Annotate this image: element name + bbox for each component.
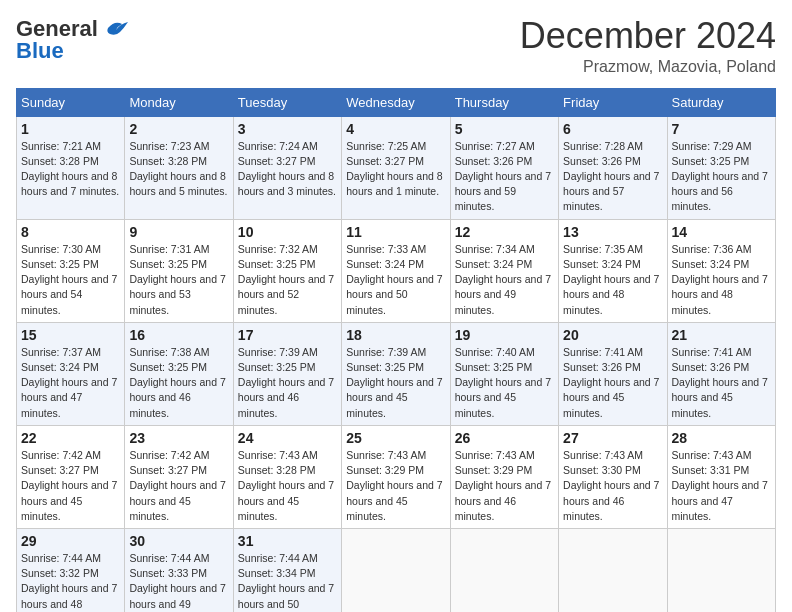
table-row: 24 Sunrise: 7:43 AMSunset: 3:28 PMDaylig… bbox=[233, 425, 341, 528]
day-info: Sunrise: 7:41 AMSunset: 3:26 PMDaylight … bbox=[563, 346, 659, 419]
month-title: December 2024 bbox=[520, 16, 776, 56]
calendar-week-1: 1 Sunrise: 7:21 AMSunset: 3:28 PMDayligh… bbox=[17, 116, 776, 219]
table-row: 13 Sunrise: 7:35 AMSunset: 3:24 PMDaylig… bbox=[559, 219, 667, 322]
col-thursday: Thursday bbox=[450, 88, 558, 116]
day-info: Sunrise: 7:44 AMSunset: 3:33 PMDaylight … bbox=[129, 552, 225, 612]
table-row: 20 Sunrise: 7:41 AMSunset: 3:26 PMDaylig… bbox=[559, 322, 667, 425]
day-info: Sunrise: 7:43 AMSunset: 3:29 PMDaylight … bbox=[455, 449, 551, 522]
table-row: 30 Sunrise: 7:44 AMSunset: 3:33 PMDaylig… bbox=[125, 528, 233, 612]
col-saturday: Saturday bbox=[667, 88, 775, 116]
table-row: 10 Sunrise: 7:32 AMSunset: 3:25 PMDaylig… bbox=[233, 219, 341, 322]
day-number: 18 bbox=[346, 327, 445, 343]
day-number: 26 bbox=[455, 430, 554, 446]
day-info: Sunrise: 7:27 AMSunset: 3:26 PMDaylight … bbox=[455, 140, 551, 213]
day-number: 21 bbox=[672, 327, 771, 343]
day-info: Sunrise: 7:39 AMSunset: 3:25 PMDaylight … bbox=[346, 346, 442, 419]
day-info: Sunrise: 7:36 AMSunset: 3:24 PMDaylight … bbox=[672, 243, 768, 316]
table-row: 11 Sunrise: 7:33 AMSunset: 3:24 PMDaylig… bbox=[342, 219, 450, 322]
day-number: 3 bbox=[238, 121, 337, 137]
day-info: Sunrise: 7:24 AMSunset: 3:27 PMDaylight … bbox=[238, 140, 336, 198]
day-number: 4 bbox=[346, 121, 445, 137]
day-info: Sunrise: 7:40 AMSunset: 3:25 PMDaylight … bbox=[455, 346, 551, 419]
table-row: 7 Sunrise: 7:29 AMSunset: 3:25 PMDayligh… bbox=[667, 116, 775, 219]
day-number: 12 bbox=[455, 224, 554, 240]
table-row: 18 Sunrise: 7:39 AMSunset: 3:25 PMDaylig… bbox=[342, 322, 450, 425]
day-number: 24 bbox=[238, 430, 337, 446]
table-row: 22 Sunrise: 7:42 AMSunset: 3:27 PMDaylig… bbox=[17, 425, 125, 528]
table-row: 19 Sunrise: 7:40 AMSunset: 3:25 PMDaylig… bbox=[450, 322, 558, 425]
calendar-table: Sunday Monday Tuesday Wednesday Thursday… bbox=[16, 88, 776, 612]
day-number: 29 bbox=[21, 533, 120, 549]
calendar-header-row: Sunday Monday Tuesday Wednesday Thursday… bbox=[17, 88, 776, 116]
day-number: 7 bbox=[672, 121, 771, 137]
day-number: 30 bbox=[129, 533, 228, 549]
day-info: Sunrise: 7:38 AMSunset: 3:25 PMDaylight … bbox=[129, 346, 225, 419]
day-info: Sunrise: 7:32 AMSunset: 3:25 PMDaylight … bbox=[238, 243, 334, 316]
title-section: December 2024 Prazmow, Mazovia, Poland bbox=[520, 16, 776, 76]
day-info: Sunrise: 7:34 AMSunset: 3:24 PMDaylight … bbox=[455, 243, 551, 316]
day-number: 19 bbox=[455, 327, 554, 343]
day-info: Sunrise: 7:43 AMSunset: 3:29 PMDaylight … bbox=[346, 449, 442, 522]
day-number: 28 bbox=[672, 430, 771, 446]
day-number: 20 bbox=[563, 327, 662, 343]
col-sunday: Sunday bbox=[17, 88, 125, 116]
day-info: Sunrise: 7:33 AMSunset: 3:24 PMDaylight … bbox=[346, 243, 442, 316]
day-info: Sunrise: 7:29 AMSunset: 3:25 PMDaylight … bbox=[672, 140, 768, 213]
day-info: Sunrise: 7:23 AMSunset: 3:28 PMDaylight … bbox=[129, 140, 227, 198]
logo-blue-text: Blue bbox=[16, 38, 64, 64]
day-info: Sunrise: 7:30 AMSunset: 3:25 PMDaylight … bbox=[21, 243, 117, 316]
day-number: 16 bbox=[129, 327, 228, 343]
table-row: 15 Sunrise: 7:37 AMSunset: 3:24 PMDaylig… bbox=[17, 322, 125, 425]
calendar-week-5: 29 Sunrise: 7:44 AMSunset: 3:32 PMDaylig… bbox=[17, 528, 776, 612]
table-row: 21 Sunrise: 7:41 AMSunset: 3:26 PMDaylig… bbox=[667, 322, 775, 425]
day-number: 22 bbox=[21, 430, 120, 446]
logo: General Blue bbox=[16, 16, 130, 64]
table-row: 4 Sunrise: 7:25 AMSunset: 3:27 PMDayligh… bbox=[342, 116, 450, 219]
table-row: 23 Sunrise: 7:42 AMSunset: 3:27 PMDaylig… bbox=[125, 425, 233, 528]
day-info: Sunrise: 7:42 AMSunset: 3:27 PMDaylight … bbox=[21, 449, 117, 522]
logo-bird-icon bbox=[100, 18, 130, 40]
day-number: 11 bbox=[346, 224, 445, 240]
col-monday: Monday bbox=[125, 88, 233, 116]
location-title: Prazmow, Mazovia, Poland bbox=[520, 58, 776, 76]
table-row bbox=[559, 528, 667, 612]
day-info: Sunrise: 7:21 AMSunset: 3:28 PMDaylight … bbox=[21, 140, 119, 198]
day-info: Sunrise: 7:25 AMSunset: 3:27 PMDaylight … bbox=[346, 140, 442, 198]
day-info: Sunrise: 7:44 AMSunset: 3:34 PMDaylight … bbox=[238, 552, 334, 612]
day-number: 8 bbox=[21, 224, 120, 240]
col-tuesday: Tuesday bbox=[233, 88, 341, 116]
day-info: Sunrise: 7:43 AMSunset: 3:31 PMDaylight … bbox=[672, 449, 768, 522]
day-number: 17 bbox=[238, 327, 337, 343]
day-number: 10 bbox=[238, 224, 337, 240]
day-number: 9 bbox=[129, 224, 228, 240]
day-number: 1 bbox=[21, 121, 120, 137]
table-row bbox=[450, 528, 558, 612]
table-row: 29 Sunrise: 7:44 AMSunset: 3:32 PMDaylig… bbox=[17, 528, 125, 612]
day-number: 13 bbox=[563, 224, 662, 240]
day-info: Sunrise: 7:31 AMSunset: 3:25 PMDaylight … bbox=[129, 243, 225, 316]
day-info: Sunrise: 7:28 AMSunset: 3:26 PMDaylight … bbox=[563, 140, 659, 213]
table-row bbox=[667, 528, 775, 612]
table-row: 25 Sunrise: 7:43 AMSunset: 3:29 PMDaylig… bbox=[342, 425, 450, 528]
table-row: 28 Sunrise: 7:43 AMSunset: 3:31 PMDaylig… bbox=[667, 425, 775, 528]
calendar-week-4: 22 Sunrise: 7:42 AMSunset: 3:27 PMDaylig… bbox=[17, 425, 776, 528]
day-number: 31 bbox=[238, 533, 337, 549]
table-row: 31 Sunrise: 7:44 AMSunset: 3:34 PMDaylig… bbox=[233, 528, 341, 612]
day-info: Sunrise: 7:39 AMSunset: 3:25 PMDaylight … bbox=[238, 346, 334, 419]
day-info: Sunrise: 7:42 AMSunset: 3:27 PMDaylight … bbox=[129, 449, 225, 522]
day-info: Sunrise: 7:43 AMSunset: 3:28 PMDaylight … bbox=[238, 449, 334, 522]
table-row: 1 Sunrise: 7:21 AMSunset: 3:28 PMDayligh… bbox=[17, 116, 125, 219]
day-info: Sunrise: 7:41 AMSunset: 3:26 PMDaylight … bbox=[672, 346, 768, 419]
day-number: 6 bbox=[563, 121, 662, 137]
day-number: 15 bbox=[21, 327, 120, 343]
day-info: Sunrise: 7:43 AMSunset: 3:30 PMDaylight … bbox=[563, 449, 659, 522]
day-number: 2 bbox=[129, 121, 228, 137]
day-info: Sunrise: 7:44 AMSunset: 3:32 PMDaylight … bbox=[21, 552, 117, 612]
calendar-week-2: 8 Sunrise: 7:30 AMSunset: 3:25 PMDayligh… bbox=[17, 219, 776, 322]
day-number: 27 bbox=[563, 430, 662, 446]
table-row: 3 Sunrise: 7:24 AMSunset: 3:27 PMDayligh… bbox=[233, 116, 341, 219]
col-friday: Friday bbox=[559, 88, 667, 116]
table-row: 27 Sunrise: 7:43 AMSunset: 3:30 PMDaylig… bbox=[559, 425, 667, 528]
table-row: 6 Sunrise: 7:28 AMSunset: 3:26 PMDayligh… bbox=[559, 116, 667, 219]
table-row: 9 Sunrise: 7:31 AMSunset: 3:25 PMDayligh… bbox=[125, 219, 233, 322]
